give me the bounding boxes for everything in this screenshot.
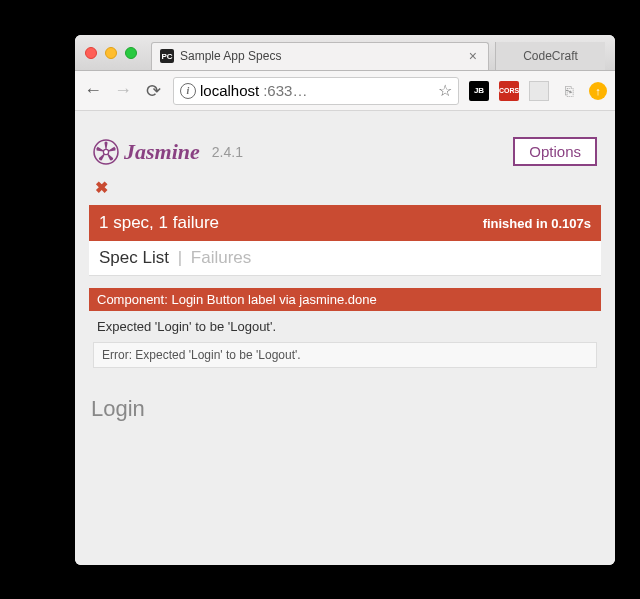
timing-text: finished in 0.107s — [483, 216, 591, 231]
traffic-lights — [85, 47, 137, 59]
failing-spec-title[interactable]: Component: Login Button label via jasmin… — [89, 288, 601, 311]
window-titlebar: PC Sample App Specs × CodeCraft — [75, 35, 615, 71]
extension-jetbrains-icon[interactable]: JB — [469, 81, 489, 101]
address-host: localhost — [200, 82, 259, 99]
extension-cors-icon[interactable]: CORS — [499, 81, 519, 101]
failing-spec-message: Expected 'Login' to be 'Logout'. — [89, 311, 601, 342]
browser-toolbar: ← → ⟳ i localhost:633… ☆ JB CORS ⎘ ↑ — [75, 71, 615, 111]
failing-spec-stack: Error: Expected 'Login' to be 'Logout'. — [93, 342, 597, 368]
browser-window: PC Sample App Specs × CodeCraft ← → ⟳ i … — [75, 35, 615, 565]
address-bar[interactable]: i localhost:633… ☆ — [173, 77, 459, 105]
browser-tab-active[interactable]: PC Sample App Specs × — [151, 42, 489, 70]
tab-title: Sample App Specs — [180, 49, 460, 63]
failure-x-icon[interactable]: ✖ — [89, 176, 601, 205]
jasmine-runner: Jasmine 2.4.1 Options ✖ 1 spec, 1 failur… — [89, 131, 601, 426]
result-tabs: Spec List | Failures — [89, 241, 601, 276]
summary-bar: 1 spec, 1 failure finished in 0.107s — [89, 205, 601, 241]
tab-favicon: PC — [160, 49, 174, 63]
jasmine-brand-name: Jasmine — [124, 139, 200, 165]
browser-tab-inactive[interactable]: CodeCraft — [495, 42, 605, 70]
tab-spec-list[interactable]: Spec List — [99, 248, 169, 267]
extension-copy-icon[interactable]: ⎘ — [559, 81, 579, 101]
maximize-window-button[interactable] — [125, 47, 137, 59]
reload-button[interactable]: ⟳ — [143, 80, 163, 102]
options-button[interactable]: Options — [513, 137, 597, 166]
site-info-icon[interactable]: i — [180, 83, 196, 99]
app-login-label: Login — [89, 378, 601, 426]
page-content: Jasmine 2.4.1 Options ✖ 1 spec, 1 failur… — [75, 111, 615, 565]
jasmine-logo: Jasmine — [93, 139, 200, 165]
address-rest: :633… — [263, 82, 307, 99]
back-button[interactable]: ← — [83, 80, 103, 101]
jasmine-flower-icon — [93, 139, 119, 165]
jasmine-header: Jasmine 2.4.1 Options — [89, 131, 601, 176]
summary-text: 1 spec, 1 failure — [99, 213, 219, 233]
jasmine-version: 2.4.1 — [212, 144, 243, 160]
bookmark-star-icon[interactable]: ☆ — [438, 81, 452, 100]
svg-point-1 — [103, 149, 108, 154]
extension-update-icon[interactable]: ↑ — [589, 82, 607, 100]
close-window-button[interactable] — [85, 47, 97, 59]
minimize-window-button[interactable] — [105, 47, 117, 59]
tab-failures[interactable]: Failures — [191, 248, 251, 267]
tab-close-button[interactable]: × — [466, 48, 480, 64]
forward-button[interactable]: → — [113, 80, 133, 101]
extension-blank-icon[interactable] — [529, 81, 549, 101]
